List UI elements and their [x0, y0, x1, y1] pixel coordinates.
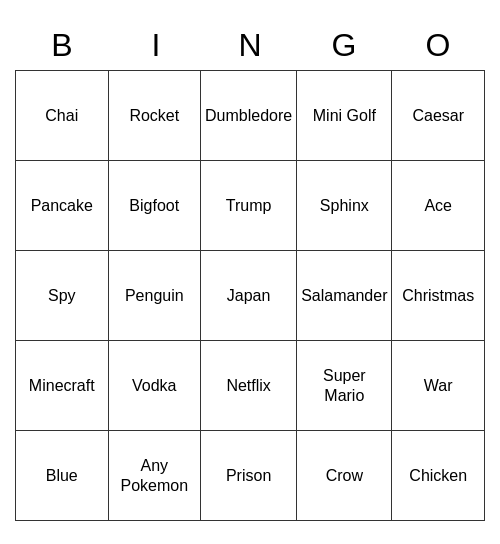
cell-text-r4-c2: Prison: [226, 466, 271, 485]
cell-r2-c3: Salamander: [297, 251, 392, 341]
cell-r0-c1: Rocket: [109, 71, 202, 161]
cell-text-r0-c3: Mini Golf: [313, 106, 376, 125]
cell-text-r1-c4: Ace: [424, 196, 452, 215]
cell-text-r1-c2: Trump: [226, 196, 272, 215]
header-letter-o: O: [391, 23, 485, 68]
cell-r1-c1: Bigfoot: [109, 161, 202, 251]
header-letter-n: N: [203, 23, 297, 68]
cell-text-r2-c1: Penguin: [125, 286, 184, 305]
cell-r3-c4: War: [392, 341, 485, 431]
cell-r2-c1: Penguin: [109, 251, 202, 341]
cell-text-r2-c0: Spy: [48, 286, 76, 305]
cell-text-r4-c0: Blue: [46, 466, 78, 485]
cell-text-r4-c1: Any Pokemon: [113, 456, 197, 494]
cell-r3-c0: Minecraft: [16, 341, 109, 431]
cell-text-r0-c0: Chai: [45, 106, 78, 125]
cell-r4-c3: Crow: [297, 431, 392, 521]
bingo-header: BINGO: [15, 23, 485, 68]
cell-r4-c1: Any Pokemon: [109, 431, 202, 521]
header-letter-b: B: [15, 23, 109, 68]
cell-text-r4-c4: Chicken: [409, 466, 467, 485]
cell-r2-c2: Japan: [201, 251, 297, 341]
cell-text-r3-c3: Super Mario: [301, 366, 387, 404]
cell-r1-c3: Sphinx: [297, 161, 392, 251]
cell-text-r3-c0: Minecraft: [29, 376, 95, 395]
cell-r1-c0: Pancake: [16, 161, 109, 251]
cell-r0-c2: Dumbledore: [201, 71, 297, 161]
cell-r3-c3: Super Mario: [297, 341, 392, 431]
cell-text-r1-c0: Pancake: [31, 196, 93, 215]
cell-text-r3-c2: Netflix: [226, 376, 270, 395]
bingo-grid: ChaiRocketDumbledoreMini GolfCaesarPanca…: [15, 70, 485, 521]
bingo-card: BINGO ChaiRocketDumbledoreMini GolfCaesa…: [15, 23, 485, 521]
cell-text-r3-c1: Vodka: [132, 376, 176, 395]
cell-text-r2-c4: Christmas: [402, 286, 474, 305]
cell-r4-c0: Blue: [16, 431, 109, 521]
cell-r0-c4: Caesar: [392, 71, 485, 161]
cell-text-r2-c2: Japan: [227, 286, 271, 305]
cell-text-r3-c4: War: [424, 376, 453, 395]
cell-r1-c2: Trump: [201, 161, 297, 251]
cell-text-r2-c3: Salamander: [301, 286, 387, 305]
cell-r4-c2: Prison: [201, 431, 297, 521]
cell-r2-c4: Christmas: [392, 251, 485, 341]
cell-text-r1-c1: Bigfoot: [129, 196, 179, 215]
cell-text-r0-c4: Caesar: [412, 106, 464, 125]
cell-r0-c0: Chai: [16, 71, 109, 161]
cell-text-r1-c3: Sphinx: [320, 196, 369, 215]
cell-r0-c3: Mini Golf: [297, 71, 392, 161]
cell-r1-c4: Ace: [392, 161, 485, 251]
cell-r4-c4: Chicken: [392, 431, 485, 521]
cell-text-r4-c3: Crow: [326, 466, 363, 485]
cell-r2-c0: Spy: [16, 251, 109, 341]
header-letter-i: I: [109, 23, 203, 68]
header-letter-g: G: [297, 23, 391, 68]
cell-text-r0-c2: Dumbledore: [205, 106, 292, 125]
cell-r3-c1: Vodka: [109, 341, 202, 431]
cell-r3-c2: Netflix: [201, 341, 297, 431]
cell-text-r0-c1: Rocket: [129, 106, 179, 125]
